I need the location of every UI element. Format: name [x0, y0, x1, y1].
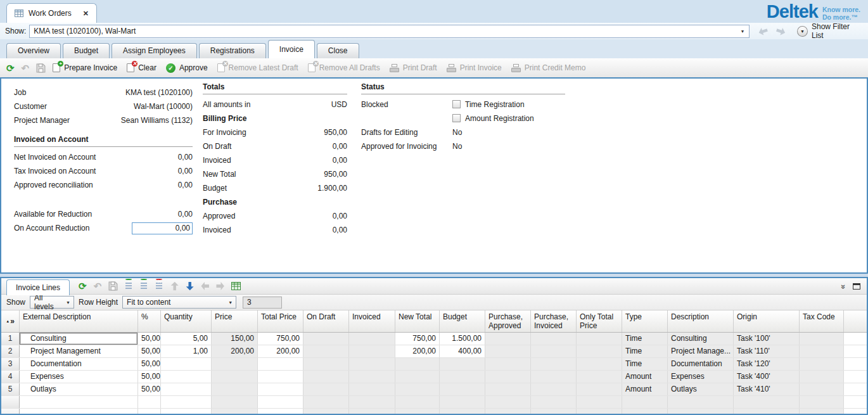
tab-budget[interactable]: Budget: [63, 43, 110, 58]
prepare-invoice-button[interactable]: + Prepare Invoice: [53, 63, 117, 72]
table-cell[interactable]: 50,00: [138, 371, 161, 383]
delete-line-icon[interactable]: ✕: [155, 282, 163, 290]
table-cell[interactable]: [212, 358, 258, 370]
close-tab-icon[interactable]: ✕: [83, 10, 89, 18]
table-cell[interactable]: [395, 371, 440, 383]
column-header-tax-code[interactable]: Tax Code: [800, 310, 844, 332]
table-cell[interactable]: [577, 358, 622, 370]
table-cell[interactable]: [395, 409, 440, 415]
table-cell[interactable]: 150,00: [212, 333, 258, 345]
table-cell[interactable]: 1,00: [161, 345, 212, 357]
table-cell[interactable]: 50,00: [138, 383, 161, 395]
table-cell[interactable]: [485, 345, 531, 357]
table-cell[interactable]: [800, 345, 844, 357]
indent-icon[interactable]: [216, 282, 224, 291]
row-header[interactable]: 2: [1, 345, 20, 357]
table-cell[interactable]: [485, 409, 531, 415]
table-cell[interactable]: [485, 371, 531, 383]
show-filter-list-label[interactable]: Show Filter List: [812, 22, 863, 40]
remove-latest-draft-button[interactable]: ✕ Remove Latest Draft: [217, 63, 298, 72]
move-up-icon[interactable]: [170, 282, 179, 291]
save-button[interactable]: [36, 63, 46, 73]
table-cell[interactable]: [440, 358, 485, 370]
tab-registrations[interactable]: Registrations: [199, 43, 266, 58]
table-cell[interactable]: [800, 333, 844, 345]
table-cell[interactable]: [20, 409, 138, 415]
table-cell[interactable]: Task '410': [734, 383, 800, 395]
table-cell[interactable]: [577, 396, 622, 408]
show-filter-list-toggle[interactable]: ▼: [797, 26, 808, 37]
table-cell[interactable]: [800, 409, 844, 415]
table-cell[interactable]: [622, 396, 668, 408]
show-level-select[interactable]: All levels▼: [30, 296, 74, 309]
add-line-icon[interactable]: +: [140, 282, 148, 290]
table-cell[interactable]: 200,00: [395, 345, 440, 357]
table-cell[interactable]: Consulting: [20, 333, 138, 345]
table-cell[interactable]: [668, 396, 734, 408]
remove-all-drafts-button[interactable]: ✕ Remove All Drafts: [308, 63, 380, 72]
table-cell[interactable]: [161, 383, 212, 395]
table-cell[interactable]: Task '120': [734, 358, 800, 370]
refresh-button[interactable]: ⟳: [6, 63, 15, 73]
column-header-quantity[interactable]: Quantity: [161, 310, 212, 332]
row-header[interactable]: 5: [1, 383, 20, 395]
table-cell[interactable]: Time: [622, 333, 668, 345]
table-cell[interactable]: [800, 371, 844, 383]
tab-invoice[interactable]: Invoice: [268, 40, 315, 58]
column-header-price[interactable]: Price: [212, 310, 258, 332]
table-cell[interactable]: [531, 396, 577, 408]
table-cell[interactable]: [303, 383, 349, 395]
table-cell[interactable]: Outlays: [668, 383, 734, 395]
table-cell[interactable]: [212, 383, 258, 395]
table-cell[interactable]: [349, 409, 395, 415]
table-cell[interactable]: [622, 409, 668, 415]
table-cell[interactable]: [138, 409, 161, 415]
table-cell[interactable]: 50,00: [138, 345, 161, 357]
table-cell[interactable]: 50,00: [138, 333, 161, 345]
table-cell[interactable]: [303, 371, 349, 383]
tab-assign-employees[interactable]: Assign Employees: [112, 43, 197, 58]
table-cell[interactable]: [395, 396, 440, 408]
move-down-icon[interactable]: [186, 282, 194, 291]
table-cell[interactable]: [349, 396, 395, 408]
table-cell[interactable]: [349, 333, 395, 345]
table-cell[interactable]: [800, 396, 844, 408]
on-account-reduction-input[interactable]: 0,00: [132, 222, 193, 234]
column-header-only-total[interactable]: Only TotalPrice: [577, 310, 622, 332]
table-cell[interactable]: Task '110': [734, 345, 800, 357]
column-header-total-price[interactable]: Total Price: [258, 310, 303, 332]
undo-icon[interactable]: ↶: [94, 281, 102, 291]
print-credit-memo-button[interactable]: Print Credit Memo: [511, 63, 586, 72]
add-sub-line-icon[interactable]: +: [125, 282, 133, 290]
grid-view-icon[interactable]: [231, 282, 241, 290]
column-header-on-draft[interactable]: On Draft: [303, 310, 349, 332]
table-cell[interactable]: [531, 358, 577, 370]
table-cell[interactable]: [734, 409, 800, 415]
table-cell[interactable]: [800, 383, 844, 395]
table-cell[interactable]: [577, 345, 622, 357]
table-cell[interactable]: 750,00: [395, 333, 440, 345]
table-cell[interactable]: [440, 371, 485, 383]
collapse-panel-icon[interactable]: »: [839, 284, 848, 288]
table-cell[interactable]: Project Manage...: [668, 345, 734, 357]
time-registration-checkbox[interactable]: [452, 100, 461, 108]
table-cell[interactable]: [258, 358, 303, 370]
row-header[interactable]: [1, 409, 20, 415]
column-header-origin[interactable]: Origin: [734, 310, 800, 332]
tab-overview[interactable]: Overview: [6, 43, 61, 58]
table-cell[interactable]: [440, 396, 485, 408]
table-cell[interactable]: [258, 383, 303, 395]
column-header-new-total[interactable]: New Total: [395, 310, 440, 332]
table-cell[interactable]: [349, 358, 395, 370]
table-cell[interactable]: 5,00: [161, 333, 212, 345]
table-cell[interactable]: [531, 371, 577, 383]
column-header-purchase-[interactable]: Purchase,Approved: [485, 310, 531, 332]
back-arrow-icon[interactable]: [757, 26, 769, 37]
table-cell[interactable]: [258, 409, 303, 415]
table-cell[interactable]: [485, 383, 531, 395]
tab-close[interactable]: Close: [317, 43, 359, 58]
table-cell[interactable]: 1.500,00: [440, 333, 485, 345]
table-cell[interactable]: 750,00: [258, 333, 303, 345]
column-header-description[interactable]: Description: [668, 310, 734, 332]
row-header[interactable]: 4: [1, 371, 20, 383]
